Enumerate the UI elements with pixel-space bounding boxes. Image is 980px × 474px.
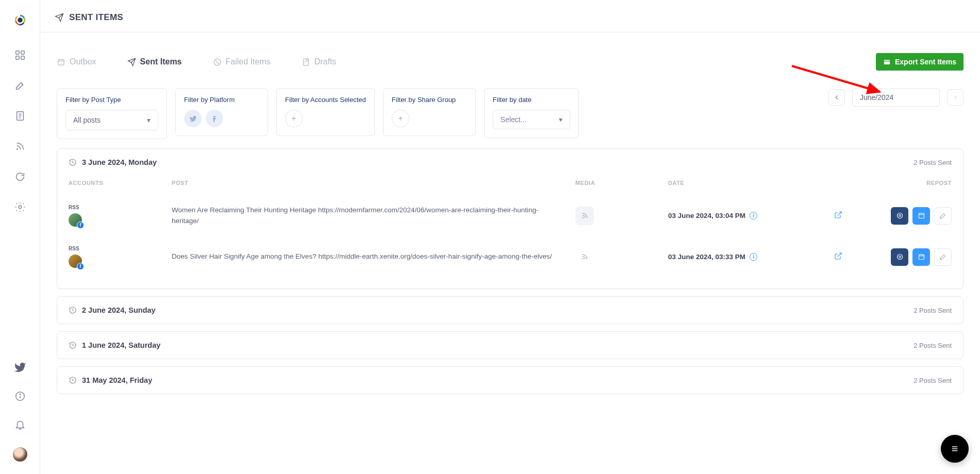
- bell-icon[interactable]: [14, 419, 26, 432]
- media-thumb[interactable]: [575, 207, 594, 225]
- export-button[interactable]: Export Sent Items: [876, 53, 964, 71]
- group-header[interactable]: 2 June 2024, Sunday 2 Posts Sent: [57, 297, 963, 324]
- filters-row: Filter by Post Type All posts ▾ Filter b…: [57, 88, 964, 139]
- analytics-button[interactable]: [891, 248, 908, 266]
- compose-icon[interactable]: [14, 80, 26, 93]
- group-count: 2 Posts Sent: [913, 159, 952, 166]
- platform-twitter[interactable]: [184, 110, 202, 127]
- group-header[interactable]: 1 June 2024, Saturday 2 Posts Sent: [57, 332, 963, 359]
- open-link-button[interactable]: [834, 211, 842, 221]
- facebook-badge-icon: f: [77, 222, 84, 229]
- svg-rect-3: [15, 56, 19, 59]
- info-icon[interactable]: i: [750, 253, 757, 261]
- tab-drafts[interactable]: Drafts: [302, 57, 337, 66]
- filter-date: Filter by date Select... ▾: [484, 88, 579, 138]
- svg-rect-2: [21, 51, 24, 54]
- app-logo: [9, 9, 31, 31]
- svg-point-10: [19, 206, 22, 209]
- page-header: SENT ITEMS: [40, 0, 980, 32]
- svg-line-31: [838, 253, 841, 257]
- source-badge: RSS: [69, 246, 167, 251]
- group-count: 2 Posts Sent: [913, 377, 952, 384]
- rss-icon[interactable]: [14, 141, 26, 154]
- add-account-button[interactable]: +: [285, 110, 303, 127]
- tabs: Outbox Sent Items Failed Items Drafts: [57, 57, 336, 66]
- svg-point-33: [899, 256, 901, 258]
- group-header[interactable]: 31 May 2024, Friday 2 Posts Sent: [57, 367, 963, 394]
- month-display[interactable]: June/2024: [852, 88, 940, 107]
- send-icon: [55, 13, 64, 22]
- svg-point-26: [897, 213, 902, 218]
- add-share-group-button[interactable]: +: [392, 110, 409, 127]
- account-cell: RSS f: [69, 246, 167, 268]
- chevron-down-icon: ▾: [147, 116, 151, 124]
- date-group: 31 May 2024, Friday 2 Posts Sent: [57, 366, 964, 394]
- date-cell: 03 June 2024, 03:33 PM i: [668, 253, 802, 261]
- info-icon[interactable]: i: [750, 212, 757, 219]
- next-month-button[interactable]: [947, 89, 964, 106]
- svg-point-32: [897, 255, 902, 260]
- filter-platform: Filter by Platform: [175, 88, 268, 136]
- source-badge: RSS: [69, 205, 167, 210]
- open-link-button[interactable]: [834, 252, 842, 262]
- svg-line-20: [215, 60, 219, 63]
- account-cell: RSS f: [69, 205, 167, 227]
- svg-rect-28: [919, 213, 924, 218]
- refresh-icon[interactable]: [14, 171, 26, 184]
- info-icon[interactable]: [14, 391, 26, 403]
- group-header[interactable]: 3 June 2024, Monday 2 Posts Sent: [57, 149, 963, 176]
- account-avatar[interactable]: f: [69, 213, 82, 227]
- svg-rect-15: [58, 59, 64, 65]
- platform-facebook[interactable]: [206, 110, 223, 127]
- svg-rect-22: [884, 60, 890, 64]
- filter-share-group: Filter by Share Group +: [383, 88, 476, 136]
- post-type-select[interactable]: All posts ▾: [65, 110, 158, 130]
- edit-button[interactable]: [934, 248, 952, 266]
- tab-sent[interactable]: Sent Items: [127, 57, 182, 66]
- post-text: Women Are Reclaiming Their Hunting Herit…: [172, 205, 570, 227]
- document-icon[interactable]: [14, 110, 26, 123]
- date-select[interactable]: Select... ▾: [493, 110, 570, 129]
- account-avatar[interactable]: f: [69, 255, 82, 268]
- col-link: [807, 180, 869, 186]
- twitter-icon[interactable]: [14, 361, 26, 375]
- chevron-left-icon: [833, 94, 840, 101]
- history-icon: [69, 158, 77, 166]
- user-avatar[interactable]: [13, 447, 27, 462]
- col-repost: REPOST: [874, 180, 952, 186]
- svg-point-0: [18, 18, 22, 22]
- col-post: POST: [172, 180, 570, 186]
- group-count: 2 Posts Sent: [913, 307, 952, 314]
- col-media: MEDIA: [575, 180, 663, 186]
- rss-icon: [581, 212, 589, 219]
- dashboard-icon[interactable]: [14, 49, 26, 62]
- svg-rect-34: [919, 255, 924, 259]
- tab-failed[interactable]: Failed Items: [213, 57, 271, 66]
- svg-point-24: [582, 217, 583, 218]
- analytics-button[interactable]: [891, 207, 908, 225]
- sidebar: [0, 0, 40, 474]
- media-thumb[interactable]: [575, 248, 594, 266]
- date-cell: 03 June 2024, 03:04 PM i: [668, 212, 802, 219]
- chevron-down-icon: ▾: [559, 115, 562, 124]
- svg-point-9: [16, 148, 18, 150]
- fab-menu[interactable]: [941, 435, 969, 463]
- reschedule-button[interactable]: [912, 248, 930, 266]
- prev-month-button[interactable]: [828, 89, 845, 106]
- facebook-badge-icon: f: [77, 263, 84, 270]
- history-icon: [69, 376, 77, 384]
- svg-rect-4: [21, 56, 24, 59]
- gear-icon[interactable]: [14, 201, 26, 214]
- group-count: 2 Posts Sent: [913, 342, 952, 349]
- table-row: RSS f Women Are Reclaiming Their Hunting…: [69, 195, 952, 236]
- date-group: 2 June 2024, Sunday 2 Posts Sent: [57, 296, 964, 324]
- reschedule-button[interactable]: [912, 207, 930, 225]
- tab-outbox[interactable]: Outbox: [57, 57, 96, 66]
- col-accounts: ACCOUNTS: [69, 180, 167, 186]
- svg-rect-1: [15, 51, 19, 54]
- svg-point-13: [20, 394, 20, 395]
- edit-button[interactable]: [934, 207, 952, 225]
- svg-point-30: [582, 258, 583, 259]
- filter-accounts: Filter by Accounts Selected +: [276, 88, 375, 136]
- svg-point-27: [899, 215, 901, 217]
